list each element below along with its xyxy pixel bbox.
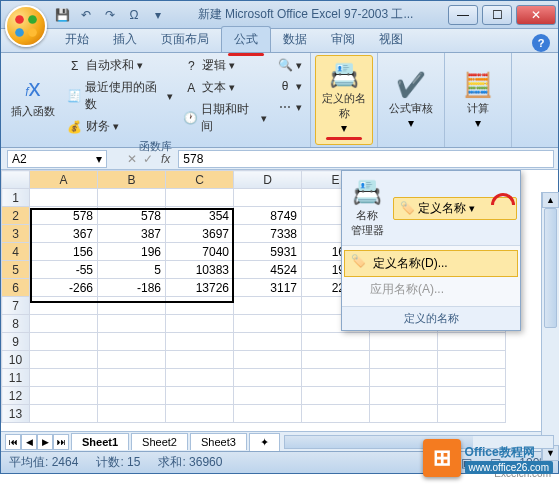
cell[interactable]: 354 [166, 207, 234, 225]
cell[interactable]: 10383 [166, 261, 234, 279]
sheet-tab[interactable]: Sheet2 [131, 433, 188, 450]
svg-point-0 [15, 15, 24, 24]
autosum-button[interactable]: Σ自动求和 ▾ [63, 55, 178, 76]
menu-footer-label: 定义的名称 [342, 306, 520, 330]
cell[interactable]: 3117 [234, 279, 302, 297]
cell[interactable]: 5 [98, 261, 166, 279]
logical-button[interactable]: ?逻辑 ▾ [179, 55, 271, 76]
redo-icon[interactable]: ↷ [101, 6, 119, 24]
cell[interactable]: 3697 [166, 225, 234, 243]
cell[interactable]: 367 [30, 225, 98, 243]
tab-insert[interactable]: 插入 [101, 27, 149, 52]
print-icon[interactable]: Ω [125, 6, 143, 24]
status-average: 平均值: 2464 [9, 454, 78, 471]
row-header[interactable]: 13 [2, 405, 30, 423]
col-header[interactable]: B [98, 171, 166, 189]
row-header[interactable]: 8 [2, 315, 30, 333]
new-sheet-button[interactable]: ✦ [249, 433, 280, 451]
text-button[interactable]: A文本 ▾ [179, 77, 271, 98]
defined-names-dropdown: 📇 名称 管理器 🏷️ 定义名称 ▾ 🏷️ 定义名称(D)... 应用名称(A)… [341, 170, 521, 331]
tab-data[interactable]: 数据 [271, 27, 319, 52]
calc-icon: 🧮 [463, 71, 493, 99]
minimize-button[interactable]: — [448, 5, 478, 25]
col-header[interactable]: A [30, 171, 98, 189]
cell[interactable]: 7040 [166, 243, 234, 261]
annotation-mark [326, 137, 362, 140]
cell[interactable]: 7338 [234, 225, 302, 243]
status-sum: 求和: 36960 [158, 454, 222, 471]
maximize-button[interactable]: ☐ [482, 5, 512, 25]
row-header[interactable]: 2 [2, 207, 30, 225]
define-name-split-button[interactable]: 🏷️ 定义名称 ▾ [393, 197, 517, 220]
cell[interactable]: 8749 [234, 207, 302, 225]
sheet-nav-prev[interactable]: ◀ [21, 434, 37, 450]
row-header[interactable]: 9 [2, 333, 30, 351]
sheet-tab[interactable]: Sheet1 [71, 433, 129, 450]
financial-button[interactable]: 💰财务 ▾ [63, 116, 178, 137]
tab-review[interactable]: 审阅 [319, 27, 367, 52]
sheet-nav-first[interactable]: ⏮ [5, 434, 21, 450]
save-icon[interactable]: 💾 [53, 6, 71, 24]
undo-icon[interactable]: ↶ [77, 6, 95, 24]
more-fn-1[interactable]: 🔍▾ [273, 55, 306, 75]
col-header[interactable]: C [166, 171, 234, 189]
scroll-thumb[interactable] [544, 208, 557, 328]
defined-names-button[interactable]: 📇 定义的名称 ▾ [315, 55, 373, 145]
close-button[interactable]: ✕ [516, 5, 556, 25]
help-icon[interactable]: ? [532, 34, 550, 52]
more-icon: ⋯ [277, 99, 293, 115]
cell[interactable]: -266 [30, 279, 98, 297]
svg-point-2 [15, 28, 24, 37]
row-header[interactable]: 12 [2, 387, 30, 405]
cell[interactable]: -186 [98, 279, 166, 297]
more-fn-2[interactable]: θ▾ [273, 76, 306, 96]
insert-function-button[interactable]: fx 插入函数 [5, 55, 61, 137]
datetime-button[interactable]: 🕐日期和时间 ▾ [179, 99, 271, 137]
row-header[interactable]: 1 [2, 189, 30, 207]
qat-dropdown-icon[interactable]: ▾ [149, 6, 167, 24]
sheet-nav-next[interactable]: ▶ [37, 434, 53, 450]
tab-layout[interactable]: 页面布局 [149, 27, 221, 52]
svg-point-3 [28, 28, 37, 37]
watermark-badge: ⊞ [423, 439, 461, 477]
status-count: 计数: 15 [96, 454, 140, 471]
calculation-button[interactable]: 🧮 计算 ▾ [449, 55, 507, 145]
row-header[interactable]: 11 [2, 369, 30, 387]
name-manager-button[interactable]: 📇 名称 管理器 [345, 174, 389, 242]
fx-icon: fx [25, 74, 40, 102]
row-header[interactable]: 10 [2, 351, 30, 369]
recent-functions-button[interactable]: 🧾最近使用的函数 ▾ [63, 77, 178, 115]
scroll-up-icon[interactable]: ▲ [542, 192, 559, 208]
cell[interactable]: 5931 [234, 243, 302, 261]
cell[interactable]: -55 [30, 261, 98, 279]
sheet-tab[interactable]: Sheet3 [190, 433, 247, 450]
recent-icon: 🧾 [67, 88, 82, 104]
office-button[interactable] [5, 5, 47, 47]
row-header[interactable]: 5 [2, 261, 30, 279]
cell[interactable]: 578 [98, 207, 166, 225]
row-header[interactable]: 4 [2, 243, 30, 261]
lookup-icon: 🔍 [277, 57, 293, 73]
vertical-scrollbar[interactable]: ▲ ▼ [541, 192, 559, 461]
cell[interactable]: 578 [30, 207, 98, 225]
row-header[interactable]: 7 [2, 297, 30, 315]
sheet-nav-last[interactable]: ⏭ [53, 434, 69, 450]
more-fn-3[interactable]: ⋯▾ [273, 97, 306, 117]
col-header[interactable]: D [234, 171, 302, 189]
tab-formulas[interactable]: 公式 [221, 26, 271, 52]
row-header[interactable]: 3 [2, 225, 30, 243]
cell[interactable]: 13726 [166, 279, 234, 297]
select-all-corner[interactable] [2, 171, 30, 189]
tag-icon: 🏷️ [351, 254, 367, 270]
menu-apply-name: 应用名称(A)... [342, 277, 520, 302]
formula-audit-button[interactable]: ✔️ 公式审核 ▾ [382, 55, 440, 145]
menu-define-name[interactable]: 🏷️ 定义名称(D)... [344, 250, 518, 277]
cell[interactable]: 196 [98, 243, 166, 261]
text-icon: A [183, 80, 199, 96]
tab-view[interactable]: 视图 [367, 27, 415, 52]
tab-home[interactable]: 开始 [53, 27, 101, 52]
cell[interactable]: 387 [98, 225, 166, 243]
cell[interactable]: 156 [30, 243, 98, 261]
cell[interactable]: 4524 [234, 261, 302, 279]
row-header[interactable]: 6 [2, 279, 30, 297]
